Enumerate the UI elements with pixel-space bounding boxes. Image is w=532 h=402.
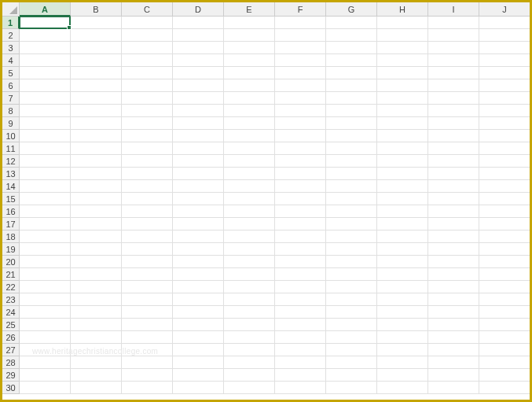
cell[interactable]	[275, 218, 326, 231]
row-header-8[interactable]: 8	[2, 105, 20, 117]
cell[interactable]	[224, 268, 275, 281]
cell[interactable]	[71, 42, 122, 54]
cell[interactable]	[122, 306, 173, 319]
cell[interactable]	[479, 105, 530, 117]
cells-grid[interactable]: // This script is intentionally empty; r…	[20, 17, 530, 394]
cell[interactable]	[173, 356, 224, 369]
cell[interactable]	[173, 29, 224, 42]
cell[interactable]	[479, 79, 530, 92]
cell[interactable]	[122, 79, 173, 92]
cell[interactable]	[122, 356, 173, 369]
cell[interactable]	[71, 268, 122, 281]
cell[interactable]	[428, 256, 479, 268]
cell[interactable]	[275, 142, 326, 155]
cell[interactable]	[377, 142, 428, 155]
cell[interactable]	[224, 105, 275, 117]
cell[interactable]	[275, 331, 326, 344]
cell[interactable]	[71, 155, 122, 168]
cell[interactable]	[326, 256, 377, 268]
cell[interactable]	[428, 155, 479, 168]
cell[interactable]	[377, 193, 428, 205]
cell[interactable]	[224, 54, 275, 67]
cell[interactable]	[20, 331, 71, 344]
cell[interactable]	[173, 205, 224, 218]
cell[interactable]	[224, 243, 275, 256]
cell[interactable]	[428, 193, 479, 205]
cell[interactable]	[428, 180, 479, 193]
cell[interactable]	[122, 155, 173, 168]
cell[interactable]	[122, 117, 173, 130]
row-header-2[interactable]: 2	[2, 29, 20, 42]
cell[interactable]	[173, 344, 224, 356]
cell[interactable]	[122, 130, 173, 142]
cell[interactable]	[224, 168, 275, 180]
cell[interactable]	[479, 319, 530, 331]
row-header-29[interactable]: 29	[2, 369, 20, 382]
cell[interactable]	[326, 17, 377, 29]
cell[interactable]	[71, 142, 122, 155]
cell[interactable]	[326, 268, 377, 281]
cell[interactable]	[122, 92, 173, 105]
row-header-30[interactable]: 30	[2, 382, 20, 394]
cell[interactable]	[122, 268, 173, 281]
cell[interactable]	[173, 142, 224, 155]
cell[interactable]	[377, 256, 428, 268]
cell[interactable]	[275, 256, 326, 268]
cell[interactable]	[275, 54, 326, 67]
cell[interactable]	[71, 319, 122, 331]
cell[interactable]	[173, 256, 224, 268]
cell[interactable]	[326, 155, 377, 168]
cell[interactable]	[122, 231, 173, 243]
cell[interactable]	[173, 168, 224, 180]
cell[interactable]	[479, 205, 530, 218]
cell[interactable]	[20, 293, 71, 306]
cell[interactable]	[479, 243, 530, 256]
cell[interactable]	[20, 92, 71, 105]
cell[interactable]	[377, 155, 428, 168]
cell[interactable]	[173, 105, 224, 117]
cell[interactable]	[275, 382, 326, 394]
select-all-corner[interactable]	[2, 2, 20, 17]
cell[interactable]	[173, 92, 224, 105]
cell[interactable]	[275, 105, 326, 117]
cell[interactable]	[326, 205, 377, 218]
cell[interactable]	[71, 92, 122, 105]
cell[interactable]	[20, 142, 71, 155]
row-header-19[interactable]: 19	[2, 243, 20, 256]
cell[interactable]	[20, 29, 71, 42]
cell[interactable]	[122, 319, 173, 331]
cell[interactable]	[20, 130, 71, 142]
cell[interactable]	[479, 117, 530, 130]
cell[interactable]	[377, 306, 428, 319]
cell[interactable]	[428, 117, 479, 130]
cell[interactable]	[224, 117, 275, 130]
cell[interactable]	[20, 382, 71, 394]
cell[interactable]	[224, 256, 275, 268]
row-header-9[interactable]: 9	[2, 117, 20, 130]
cell[interactable]	[377, 29, 428, 42]
cell[interactable]	[71, 205, 122, 218]
cell[interactable]	[479, 142, 530, 155]
cell[interactable]	[122, 243, 173, 256]
cell[interactable]	[71, 243, 122, 256]
cell[interactable]	[122, 293, 173, 306]
cell[interactable]	[428, 218, 479, 231]
cell[interactable]	[173, 155, 224, 168]
cell[interactable]	[224, 79, 275, 92]
cell[interactable]	[428, 42, 479, 54]
cell[interactable]	[122, 17, 173, 29]
cell[interactable]	[479, 268, 530, 281]
row-header-7[interactable]: 7	[2, 92, 20, 105]
cell[interactable]	[428, 382, 479, 394]
cell[interactable]	[377, 369, 428, 382]
cell[interactable]	[71, 382, 122, 394]
cell[interactable]	[377, 319, 428, 331]
cell[interactable]	[224, 142, 275, 155]
cell[interactable]	[224, 218, 275, 231]
cell[interactable]	[173, 319, 224, 331]
cell[interactable]	[275, 344, 326, 356]
cell[interactable]	[173, 67, 224, 79]
cell[interactable]	[173, 331, 224, 344]
cell[interactable]	[428, 306, 479, 319]
column-header-b[interactable]: B	[71, 2, 122, 17]
